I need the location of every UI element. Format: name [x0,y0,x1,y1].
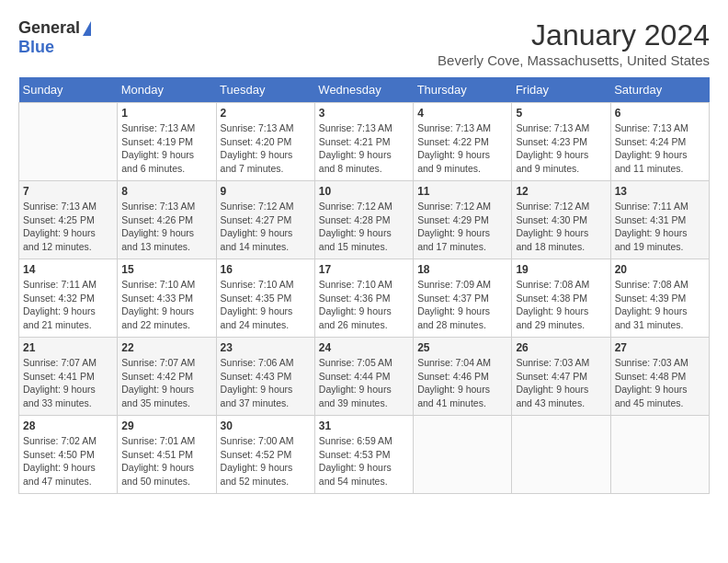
week-row-4: 21Sunrise: 7:07 AMSunset: 4:41 PMDayligh… [19,338,710,416]
calendar-cell: 8Sunrise: 7:13 AMSunset: 4:26 PMDaylight… [118,181,216,259]
day-number: 11 [417,185,507,198]
day-number: 23 [221,341,311,354]
day-number: 9 [221,185,311,198]
calendar-cell: 11Sunrise: 7:12 AMSunset: 4:29 PMDayligh… [414,181,512,259]
calendar-cell: 5Sunrise: 7:13 AMSunset: 4:23 PMDaylight… [512,103,610,181]
day-number: 10 [319,185,409,198]
day-number: 31 [319,419,409,432]
calendar-cell: 22Sunrise: 7:07 AMSunset: 4:42 PMDayligh… [118,338,216,416]
day-number: 22 [121,341,211,354]
day-info: Sunrise: 7:08 AMSunset: 4:39 PMDaylight:… [615,278,705,332]
day-number: 8 [121,185,211,198]
day-number: 17 [319,263,409,276]
logo-blue: Blue [18,38,54,56]
day-info: Sunrise: 7:00 AMSunset: 4:52 PMDaylight:… [221,434,311,488]
calendar-cell: 3Sunrise: 7:13 AMSunset: 4:21 PMDaylight… [314,103,413,181]
calendar-cell [19,103,118,181]
day-info: Sunrise: 7:12 AMSunset: 4:29 PMDaylight:… [417,200,507,254]
title-block: January 2024 Beverly Cove, Massachusetts… [438,18,710,68]
calendar-cell: 30Sunrise: 7:00 AMSunset: 4:52 PMDayligh… [216,416,314,494]
day-info: Sunrise: 7:11 AMSunset: 4:31 PMDaylight:… [615,200,705,254]
day-number: 13 [615,185,705,198]
day-number: 6 [615,107,705,120]
calendar-table: SundayMondayTuesdayWednesdayThursdayFrid… [18,77,710,494]
day-number: 2 [221,107,311,120]
day-number: 20 [615,263,705,276]
calendar-cell: 26Sunrise: 7:03 AMSunset: 4:47 PMDayligh… [512,338,610,416]
page-header: General Blue January 2024 Beverly Cove, … [18,18,710,68]
day-number: 27 [615,341,705,354]
day-info: Sunrise: 7:10 AMSunset: 4:33 PMDaylight:… [121,278,211,332]
day-info: Sunrise: 7:11 AMSunset: 4:32 PMDaylight:… [23,278,113,332]
calendar-cell: 7Sunrise: 7:13 AMSunset: 4:25 PMDaylight… [19,181,118,259]
calendar-cell: 16Sunrise: 7:10 AMSunset: 4:35 PMDayligh… [216,259,314,338]
calendar-cell: 2Sunrise: 7:13 AMSunset: 4:20 PMDaylight… [216,103,314,181]
calendar-cell: 29Sunrise: 7:01 AMSunset: 4:51 PMDayligh… [118,416,216,494]
header-row: SundayMondayTuesdayWednesdayThursdayFrid… [19,77,710,103]
day-number: 16 [221,263,311,276]
day-info: Sunrise: 7:12 AMSunset: 4:30 PMDaylight:… [516,200,606,254]
logo-general: General [18,18,80,38]
col-header-monday: Monday [118,77,216,103]
day-info: Sunrise: 7:12 AMSunset: 4:28 PMDaylight:… [319,200,409,254]
calendar-cell: 14Sunrise: 7:11 AMSunset: 4:32 PMDayligh… [19,259,118,338]
calendar-cell [512,416,610,494]
calendar-cell: 6Sunrise: 7:13 AMSunset: 4:24 PMDaylight… [610,103,709,181]
calendar-cell: 19Sunrise: 7:08 AMSunset: 4:38 PMDayligh… [512,259,610,338]
calendar-cell: 17Sunrise: 7:10 AMSunset: 4:36 PMDayligh… [314,259,413,338]
day-info: Sunrise: 7:13 AMSunset: 4:22 PMDaylight:… [417,121,507,176]
col-header-sunday: Sunday [19,77,118,103]
day-info: Sunrise: 7:13 AMSunset: 4:26 PMDaylight:… [121,200,211,254]
calendar-cell: 24Sunrise: 7:05 AMSunset: 4:44 PMDayligh… [314,338,413,416]
week-row-5: 28Sunrise: 7:02 AMSunset: 4:50 PMDayligh… [19,416,710,494]
col-header-saturday: Saturday [610,77,709,103]
day-info: Sunrise: 7:01 AMSunset: 4:51 PMDaylight:… [121,434,211,488]
day-info: Sunrise: 7:04 AMSunset: 4:46 PMDaylight:… [417,356,507,410]
day-info: Sunrise: 7:13 AMSunset: 4:20 PMDaylight:… [221,121,311,176]
calendar-cell: 12Sunrise: 7:12 AMSunset: 4:30 PMDayligh… [512,181,610,259]
day-info: Sunrise: 7:13 AMSunset: 4:21 PMDaylight:… [319,121,409,176]
calendar-cell: 25Sunrise: 7:04 AMSunset: 4:46 PMDayligh… [414,338,512,416]
day-number: 14 [23,263,113,276]
col-header-thursday: Thursday [414,77,512,103]
calendar-cell: 9Sunrise: 7:12 AMSunset: 4:27 PMDaylight… [216,181,314,259]
day-number: 30 [221,419,311,432]
day-number: 7 [23,185,113,198]
logo-triangle-icon [83,21,91,36]
col-header-friday: Friday [512,77,610,103]
day-info: Sunrise: 7:03 AMSunset: 4:48 PMDaylight:… [615,356,705,410]
day-info: Sunrise: 7:13 AMSunset: 4:19 PMDaylight:… [121,121,211,176]
calendar-cell: 15Sunrise: 7:10 AMSunset: 4:33 PMDayligh… [118,259,216,338]
day-number: 28 [23,419,113,432]
day-info: Sunrise: 7:13 AMSunset: 4:23 PMDaylight:… [516,121,606,176]
day-number: 24 [319,341,409,354]
day-info: Sunrise: 7:10 AMSunset: 4:36 PMDaylight:… [319,278,409,332]
calendar-cell: 4Sunrise: 7:13 AMSunset: 4:22 PMDaylight… [414,103,512,181]
calendar-cell [414,416,512,494]
day-number: 3 [319,107,409,120]
day-info: Sunrise: 7:07 AMSunset: 4:41 PMDaylight:… [23,356,113,410]
calendar-cell: 31Sunrise: 6:59 AMSunset: 4:53 PMDayligh… [314,416,413,494]
calendar-cell: 1Sunrise: 7:13 AMSunset: 4:19 PMDaylight… [118,103,216,181]
day-number: 21 [23,341,113,354]
calendar-subtitle: Beverly Cove, Massachusetts, United Stat… [438,52,710,68]
day-number: 1 [121,107,211,120]
day-info: Sunrise: 7:09 AMSunset: 4:37 PMDaylight:… [417,278,507,332]
day-info: Sunrise: 7:13 AMSunset: 4:24 PMDaylight:… [615,121,705,176]
calendar-cell: 28Sunrise: 7:02 AMSunset: 4:50 PMDayligh… [19,416,118,494]
calendar-cell: 13Sunrise: 7:11 AMSunset: 4:31 PMDayligh… [610,181,709,259]
calendar-cell: 10Sunrise: 7:12 AMSunset: 4:28 PMDayligh… [314,181,413,259]
calendar-cell: 18Sunrise: 7:09 AMSunset: 4:37 PMDayligh… [414,259,512,338]
day-number: 12 [516,185,606,198]
week-row-1: 1Sunrise: 7:13 AMSunset: 4:19 PMDaylight… [19,103,710,181]
calendar-title: January 2024 [438,18,710,52]
day-info: Sunrise: 7:06 AMSunset: 4:43 PMDaylight:… [221,356,311,410]
calendar-cell: 20Sunrise: 7:08 AMSunset: 4:39 PMDayligh… [610,259,709,338]
calendar-cell: 27Sunrise: 7:03 AMSunset: 4:48 PMDayligh… [610,338,709,416]
day-number: 5 [516,107,606,120]
day-info: Sunrise: 7:02 AMSunset: 4:50 PMDaylight:… [23,434,113,488]
day-number: 19 [516,263,606,276]
logo: General Blue [18,18,91,57]
day-info: Sunrise: 7:03 AMSunset: 4:47 PMDaylight:… [516,356,606,410]
day-info: Sunrise: 7:12 AMSunset: 4:27 PMDaylight:… [221,200,311,254]
